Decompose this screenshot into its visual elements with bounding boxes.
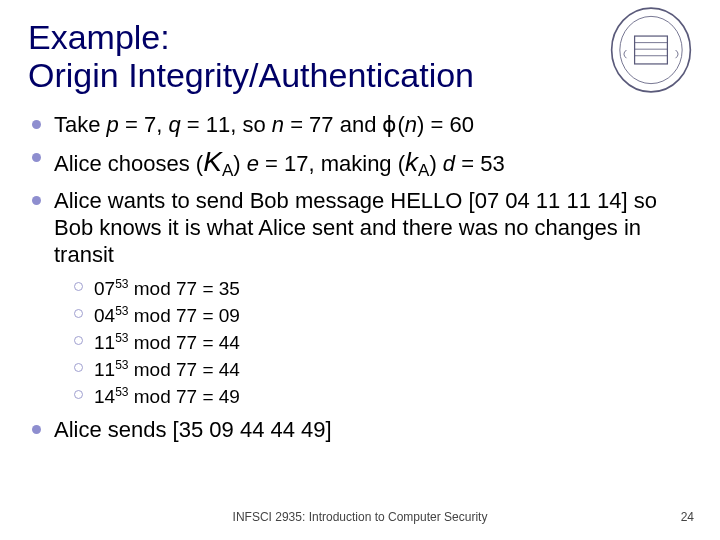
title-line1: Example: xyxy=(28,18,170,56)
mod: mod 77 = 44 xyxy=(129,359,240,380)
exp: 53 xyxy=(115,331,128,345)
txt: Alice wants to send Bob message HELLO [0… xyxy=(54,188,657,267)
txt: = 17, making ( xyxy=(259,151,405,176)
sub-item: 0753 mod 77 = 35 xyxy=(72,277,692,301)
txt: Take xyxy=(54,112,107,137)
txt: ) = 60 xyxy=(417,112,474,137)
var-e: e xyxy=(247,151,259,176)
svg-point-1 xyxy=(620,16,682,83)
exp: 53 xyxy=(115,385,128,399)
bullet-list: Take p = 7, q = 11, so n = 77 and ϕ(n) =… xyxy=(28,112,692,444)
sub-a: A xyxy=(418,161,429,180)
var-n: n xyxy=(272,112,284,137)
sub-item: 1153 mod 77 = 44 xyxy=(72,331,692,355)
svg-rect-2 xyxy=(635,36,668,64)
mod: mod 77 = 09 xyxy=(129,305,240,326)
footer-course: INFSCI 2935: Introduction to Computer Se… xyxy=(0,510,720,524)
exp: 53 xyxy=(115,304,128,318)
txt: Alice chooses ( xyxy=(54,151,203,176)
exp: 53 xyxy=(115,277,128,291)
sub-item: 0453 mod 77 = 09 xyxy=(72,304,692,328)
bullet-3: Alice wants to send Bob message HELLO [0… xyxy=(28,188,692,409)
var-n: n xyxy=(405,112,417,137)
var-p: p xyxy=(107,112,119,137)
bullet-2: Alice chooses (KA) e = 17, making (kA) d… xyxy=(28,145,692,182)
txt: Alice sends [35 09 44 44 49] xyxy=(54,417,332,442)
base: 04 xyxy=(94,305,115,326)
slide-title: Example: Origin Integrity/Authentication xyxy=(28,18,692,94)
txt: = 7, xyxy=(119,112,169,137)
txt: = 77 and ϕ( xyxy=(284,112,405,137)
exp: 53 xyxy=(115,358,128,372)
university-seal-icon xyxy=(610,6,692,94)
bullet-1: Take p = 7, q = 11, so n = 77 and ϕ(n) =… xyxy=(28,112,692,139)
mod: mod 77 = 44 xyxy=(129,332,240,353)
txt: ) xyxy=(429,151,442,176)
var-d: d xyxy=(443,151,455,176)
sub-a: A xyxy=(222,161,233,180)
var-q: q xyxy=(168,112,180,137)
sub-list: 0753 mod 77 = 35 0453 mod 77 = 09 1153 m… xyxy=(72,277,692,410)
big-k: K xyxy=(203,146,222,177)
txt: ) xyxy=(233,151,246,176)
base: 07 xyxy=(94,278,115,299)
mod: mod 77 = 49 xyxy=(129,386,240,407)
txt: = 53 xyxy=(455,151,505,176)
page-number: 24 xyxy=(681,510,694,524)
txt: = 11, so xyxy=(181,112,272,137)
svg-point-0 xyxy=(612,8,691,92)
sub-item: 1453 mod 77 = 49 xyxy=(72,385,692,409)
small-k: k xyxy=(405,147,418,177)
base: 11 xyxy=(94,332,115,353)
mod: mod 77 = 35 xyxy=(129,278,240,299)
base: 14 xyxy=(94,386,115,407)
slide: Example: Origin Integrity/Authentication… xyxy=(0,0,720,540)
sub-item: 1153 mod 77 = 44 xyxy=(72,358,692,382)
bullet-4: Alice sends [35 09 44 44 49] xyxy=(28,417,692,444)
title-line2: Origin Integrity/Authentication xyxy=(28,56,474,94)
base: 11 xyxy=(94,359,115,380)
